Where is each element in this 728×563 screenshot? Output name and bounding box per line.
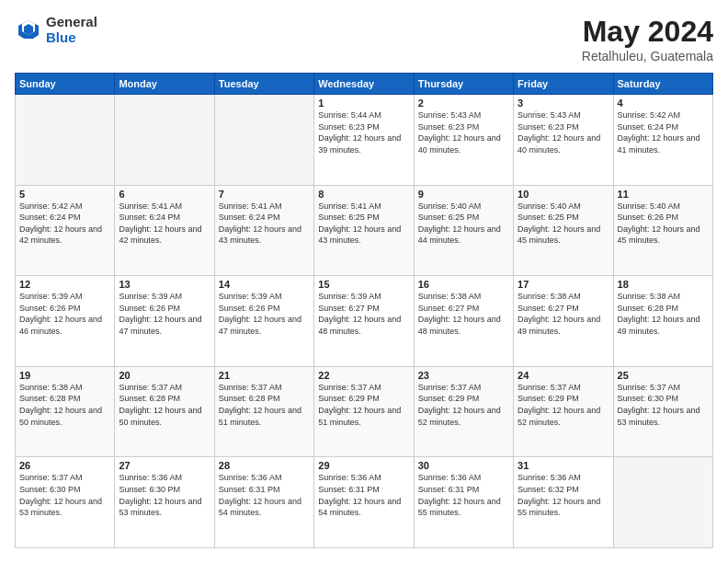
day-info: Sunrise: 5:39 AMSunset: 6:27 PMDaylight:…: [318, 291, 409, 337]
day-number: 21: [219, 370, 310, 381]
day-number: 31: [518, 460, 609, 471]
day-number: 4: [618, 98, 709, 109]
cell-w5-d6: 31Sunrise: 5:36 AMSunset: 6:32 PMDayligh…: [514, 457, 613, 548]
cell-w5-d5: 30Sunrise: 5:36 AMSunset: 6:31 PMDayligh…: [414, 457, 513, 548]
cell-w1-d3: [214, 95, 313, 186]
logo-blue-text: Blue: [46, 30, 97, 46]
day-number: 8: [318, 189, 409, 200]
cell-w4-d7: 25Sunrise: 5:37 AMSunset: 6:30 PMDayligh…: [613, 366, 712, 457]
cell-w3-d3: 14Sunrise: 5:39 AMSunset: 6:26 PMDayligh…: [214, 276, 313, 367]
day-number: 23: [418, 370, 509, 381]
day-info: Sunrise: 5:43 AMSunset: 6:23 PMDaylight:…: [518, 109, 609, 155]
cell-w2-d5: 9Sunrise: 5:40 AMSunset: 6:25 PMDaylight…: [414, 185, 513, 276]
week-row-4: 19Sunrise: 5:38 AMSunset: 6:28 PMDayligh…: [16, 366, 713, 457]
week-row-2: 5Sunrise: 5:42 AMSunset: 6:24 PMDaylight…: [16, 185, 713, 276]
day-info: Sunrise: 5:39 AMSunset: 6:26 PMDaylight:…: [19, 291, 110, 337]
day-info: Sunrise: 5:38 AMSunset: 6:27 PMDaylight:…: [418, 291, 509, 337]
day-info: Sunrise: 5:40 AMSunset: 6:25 PMDaylight:…: [418, 201, 509, 247]
day-info: Sunrise: 5:40 AMSunset: 6:26 PMDaylight:…: [618, 201, 709, 247]
day-number: 10: [518, 189, 609, 200]
day-number: 3: [518, 98, 609, 109]
week-row-3: 12Sunrise: 5:39 AMSunset: 6:26 PMDayligh…: [16, 276, 713, 367]
cell-w1-d7: 4Sunrise: 5:42 AMSunset: 6:24 PMDaylight…: [613, 95, 712, 186]
day-number: 30: [418, 460, 509, 471]
day-number: 27: [119, 460, 210, 471]
day-info: Sunrise: 5:42 AMSunset: 6:24 PMDaylight:…: [19, 201, 110, 247]
day-number: 9: [418, 189, 509, 200]
day-info: Sunrise: 5:36 AMSunset: 6:31 PMDaylight:…: [418, 472, 509, 518]
day-number: 25: [618, 370, 709, 381]
day-number: 7: [219, 189, 310, 200]
day-info: Sunrise: 5:37 AMSunset: 6:30 PMDaylight:…: [19, 472, 110, 518]
cell-w2-d4: 8Sunrise: 5:41 AMSunset: 6:25 PMDaylight…: [314, 185, 414, 276]
header-tuesday: Tuesday: [214, 74, 313, 95]
cell-w4-d5: 23Sunrise: 5:37 AMSunset: 6:29 PMDayligh…: [414, 366, 513, 457]
cell-w4-d4: 22Sunrise: 5:37 AMSunset: 6:29 PMDayligh…: [314, 366, 414, 457]
logo-icon: [15, 17, 42, 44]
cell-w3-d6: 17Sunrise: 5:38 AMSunset: 6:27 PMDayligh…: [514, 276, 613, 367]
header-thursday: Thursday: [414, 74, 513, 95]
cell-w4-d1: 19Sunrise: 5:38 AMSunset: 6:28 PMDayligh…: [16, 366, 115, 457]
calendar-table: Sunday Monday Tuesday Wednesday Thursday…: [15, 73, 713, 548]
day-number: 13: [119, 279, 210, 290]
cell-w3-d4: 15Sunrise: 5:39 AMSunset: 6:27 PMDayligh…: [314, 276, 414, 367]
logo-text: General Blue: [46, 15, 97, 45]
day-info: Sunrise: 5:37 AMSunset: 6:30 PMDaylight:…: [618, 382, 709, 428]
day-number: 2: [418, 98, 509, 109]
cell-w2-d7: 11Sunrise: 5:40 AMSunset: 6:26 PMDayligh…: [613, 185, 712, 276]
day-number: 29: [318, 460, 409, 471]
cell-w5-d2: 27Sunrise: 5:36 AMSunset: 6:30 PMDayligh…: [115, 457, 214, 548]
cell-w1-d2: [115, 95, 214, 186]
day-number: 6: [119, 189, 210, 200]
day-number: 12: [19, 279, 110, 290]
header: General Blue May 2024 Retalhuleu, Guatem…: [15, 15, 713, 63]
title-block: May 2024 Retalhuleu, Guatemala: [582, 15, 713, 63]
cell-w4-d6: 24Sunrise: 5:37 AMSunset: 6:29 PMDayligh…: [514, 366, 613, 457]
logo-general-text: General: [46, 15, 97, 30]
cell-w4-d3: 21Sunrise: 5:37 AMSunset: 6:28 PMDayligh…: [214, 366, 313, 457]
header-friday: Friday: [514, 74, 613, 95]
day-info: Sunrise: 5:38 AMSunset: 6:28 PMDaylight:…: [19, 382, 110, 428]
header-monday: Monday: [115, 74, 214, 95]
day-info: Sunrise: 5:39 AMSunset: 6:26 PMDaylight:…: [119, 291, 210, 337]
day-number: 16: [418, 279, 509, 290]
cell-w3-d5: 16Sunrise: 5:38 AMSunset: 6:27 PMDayligh…: [414, 276, 513, 367]
day-info: Sunrise: 5:43 AMSunset: 6:23 PMDaylight:…: [418, 109, 509, 155]
day-info: Sunrise: 5:40 AMSunset: 6:25 PMDaylight:…: [518, 201, 609, 247]
week-row-1: 1Sunrise: 5:44 AMSunset: 6:23 PMDaylight…: [16, 95, 713, 186]
day-number: 11: [618, 189, 709, 200]
cell-w5-d7: [613, 457, 712, 548]
day-info: Sunrise: 5:37 AMSunset: 6:28 PMDaylight:…: [219, 382, 310, 428]
logo: General Blue: [15, 15, 97, 45]
day-number: 19: [19, 370, 110, 381]
cell-w5-d1: 26Sunrise: 5:37 AMSunset: 6:30 PMDayligh…: [16, 457, 115, 548]
day-info: Sunrise: 5:36 AMSunset: 6:30 PMDaylight:…: [119, 472, 210, 518]
day-number: 22: [318, 370, 409, 381]
day-info: Sunrise: 5:38 AMSunset: 6:28 PMDaylight:…: [618, 291, 709, 337]
cell-w1-d5: 2Sunrise: 5:43 AMSunset: 6:23 PMDaylight…: [414, 95, 513, 186]
day-info: Sunrise: 5:36 AMSunset: 6:31 PMDaylight:…: [219, 472, 310, 518]
cell-w1-d6: 3Sunrise: 5:43 AMSunset: 6:23 PMDaylight…: [514, 95, 613, 186]
cell-w5-d4: 29Sunrise: 5:36 AMSunset: 6:31 PMDayligh…: [314, 457, 414, 548]
cell-w2-d1: 5Sunrise: 5:42 AMSunset: 6:24 PMDaylight…: [16, 185, 115, 276]
day-info: Sunrise: 5:36 AMSunset: 6:31 PMDaylight:…: [318, 472, 409, 518]
day-number: 1: [318, 98, 409, 109]
day-info: Sunrise: 5:37 AMSunset: 6:29 PMDaylight:…: [318, 382, 409, 428]
header-row: Sunday Monday Tuesday Wednesday Thursday…: [16, 74, 713, 95]
day-info: Sunrise: 5:41 AMSunset: 6:24 PMDaylight:…: [219, 201, 310, 247]
week-row-5: 26Sunrise: 5:37 AMSunset: 6:30 PMDayligh…: [16, 457, 713, 548]
day-number: 14: [219, 279, 310, 290]
day-number: 15: [318, 279, 409, 290]
calendar-body: 1Sunrise: 5:44 AMSunset: 6:23 PMDaylight…: [16, 95, 713, 548]
day-number: 18: [618, 279, 709, 290]
day-info: Sunrise: 5:37 AMSunset: 6:29 PMDaylight:…: [418, 382, 509, 428]
day-info: Sunrise: 5:41 AMSunset: 6:24 PMDaylight:…: [119, 201, 210, 247]
title-location: Retalhuleu, Guatemala: [582, 49, 713, 63]
cell-w1-d4: 1Sunrise: 5:44 AMSunset: 6:23 PMDaylight…: [314, 95, 414, 186]
day-info: Sunrise: 5:38 AMSunset: 6:27 PMDaylight:…: [518, 291, 609, 337]
cell-w2-d3: 7Sunrise: 5:41 AMSunset: 6:24 PMDaylight…: [214, 185, 313, 276]
calendar-header: Sunday Monday Tuesday Wednesday Thursday…: [16, 74, 713, 95]
day-info: Sunrise: 5:39 AMSunset: 6:26 PMDaylight:…: [219, 291, 310, 337]
cell-w1-d1: [16, 95, 115, 186]
day-info: Sunrise: 5:42 AMSunset: 6:24 PMDaylight:…: [618, 109, 709, 155]
